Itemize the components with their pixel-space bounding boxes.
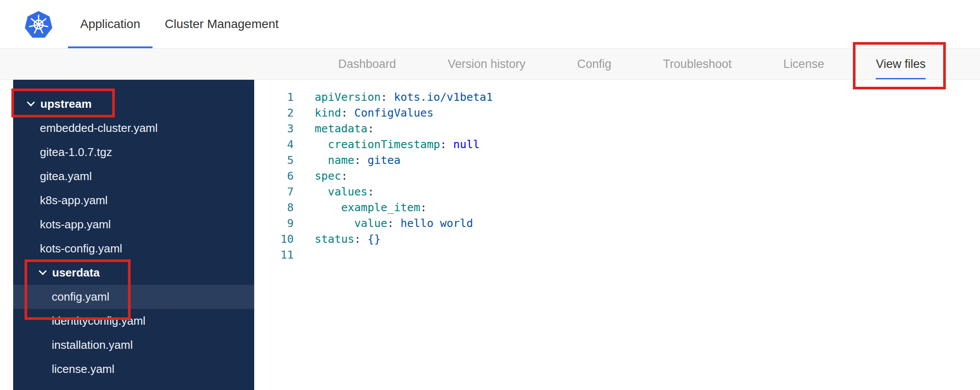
code-line-content: spec: (307, 168, 348, 184)
code-line[interactable]: 9 value: hello world (254, 216, 980, 231)
code-token: name (328, 154, 354, 167)
code-token: {} (361, 233, 380, 245)
code-token: : (381, 91, 387, 103)
line-number: 7 (254, 184, 307, 200)
tree-item-label: config.yaml (52, 290, 110, 304)
chevron-down-icon[interactable] (39, 267, 46, 275)
tab-config[interactable]: Config (577, 49, 611, 79)
tree-item-label: k8s-app.yaml (40, 194, 108, 207)
code-line[interactable]: 4 creationTimestamp: null (254, 137, 980, 152)
line-number: 1 (254, 89, 307, 105)
code-token: null (447, 138, 479, 151)
code-token: hello world (394, 217, 473, 230)
primary-nav: ApplicationCluster Management (68, 0, 291, 48)
file-tree-sidebar: upstreamembedded-cluster.yamlgitea-1.0.7… (13, 80, 254, 390)
line-number: 4 (254, 137, 307, 152)
code-token: : (341, 170, 348, 182)
tree-item-label: embedded-cluster.yaml (40, 121, 158, 135)
code-line-content: kind: ConfigValues (307, 105, 433, 121)
code-line[interactable]: 7 values: (254, 184, 980, 200)
file-installation-yaml[interactable]: installation.yaml (13, 333, 254, 357)
folder-userdata[interactable]: userdata (13, 261, 254, 285)
kubernetes-logo-icon (25, 11, 53, 39)
code-token (315, 201, 341, 214)
code-token: value (354, 217, 387, 230)
kots-admin-console: ApplicationCluster Management DashboardV… (0, 0, 980, 390)
code-line-content: name: gitea (307, 152, 401, 168)
code-token: kots.io/v1beta1 (387, 91, 493, 103)
tree-item-label: gitea-1.0.7.tgz (40, 145, 112, 159)
code-line[interactable]: 5 name: gitea (254, 152, 980, 168)
code-token: : (420, 201, 427, 214)
code-line-content: status: {} (307, 231, 381, 247)
line-number: 2 (254, 105, 307, 121)
code-token: : (367, 185, 374, 198)
top-header: ApplicationCluster Management (0, 0, 980, 48)
chevron-down-icon[interactable] (27, 98, 35, 106)
tree-item-label: userdata (52, 266, 99, 280)
tree-item-label: license.yaml (52, 362, 114, 376)
file-gitea-1-0-7-tgz[interactable]: gitea-1.0.7.tgz (13, 140, 254, 164)
line-number: 11 (254, 247, 307, 263)
tab-cluster-management[interactable]: Cluster Management (153, 0, 291, 48)
file-k8s-app-yaml[interactable]: k8s-app.yaml (13, 188, 254, 213)
code-line-content: creationTimestamp: null (307, 137, 479, 152)
tab-license[interactable]: License (783, 49, 824, 79)
code-line[interactable]: 11 (254, 247, 980, 263)
tab-view-files[interactable]: View files (876, 49, 926, 79)
tree-item-label: kots-app.yaml (40, 218, 111, 231)
file-license-yaml[interactable]: license.yaml (13, 357, 254, 381)
main-content: upstreamembedded-cluster.yamlgitea-1.0.7… (0, 80, 980, 390)
line-number: 5 (254, 152, 307, 168)
code-line[interactable]: 2kind: ConfigValues (254, 105, 980, 121)
tree-item-label: gitea.yaml (40, 170, 92, 183)
code-token: : (354, 233, 361, 245)
tab-troubleshoot[interactable]: Troubleshoot (663, 49, 732, 79)
file-gitea-yaml[interactable]: gitea.yaml (13, 164, 254, 188)
code-line[interactable]: 1apiVersion: kots.io/v1beta1 (254, 89, 980, 105)
code-token: apiVersion (315, 91, 381, 103)
app-subnav: DashboardVersion historyConfigTroublesho… (0, 48, 980, 80)
line-number: 10 (254, 231, 307, 247)
code-line-content: values: (307, 184, 374, 200)
tab-version-history[interactable]: Version history (448, 49, 526, 79)
file-identityconfig-yaml[interactable]: identityconfig.yaml (13, 309, 254, 333)
code-token: : (440, 138, 447, 151)
code-token (315, 217, 354, 230)
code-token: : (367, 122, 374, 135)
line-number: 6 (254, 168, 307, 184)
tab-application[interactable]: Application (68, 0, 153, 48)
code-token: metadata (315, 122, 367, 135)
code-line[interactable]: 6spec: (254, 168, 980, 184)
code-editor[interactable]: 1apiVersion: kots.io/v1beta12kind: Confi… (254, 80, 980, 390)
code-token: kind (315, 106, 341, 119)
file-config-yaml[interactable]: config.yaml (13, 285, 254, 309)
code-token: : (341, 106, 348, 119)
tree-item-label: upstream (40, 97, 92, 111)
code-line[interactable]: 8 example_item: (254, 200, 980, 216)
code-line-content: example_item: (307, 200, 427, 216)
code-line-content: value: hello world (307, 216, 473, 231)
tree-item-label: identityconfig.yaml (52, 314, 146, 328)
line-number: 9 (254, 216, 307, 231)
line-number: 3 (254, 121, 307, 137)
file-kots-config-yaml[interactable]: kots-config.yaml (13, 237, 254, 261)
file-kots-app-yaml[interactable]: kots-app.yaml (13, 213, 254, 237)
code-token: creationTimestamp (328, 138, 440, 151)
code-token (315, 154, 328, 167)
folder-upstream[interactable]: upstream (13, 92, 254, 116)
code-token: status (315, 233, 354, 245)
code-line-content (307, 247, 315, 263)
code-token: example_item (341, 201, 420, 214)
tab-dashboard[interactable]: Dashboard (338, 49, 396, 79)
code-token: gitea (361, 154, 400, 167)
code-line[interactable]: 3metadata: (254, 121, 980, 137)
code-line-content: metadata: (307, 121, 374, 137)
editor-lines: 1apiVersion: kots.io/v1beta12kind: Confi… (254, 89, 980, 263)
file-embedded-cluster-yaml[interactable]: embedded-cluster.yaml (13, 116, 254, 140)
line-number: 8 (254, 200, 307, 216)
code-line[interactable]: 10status: {} (254, 231, 980, 247)
code-token: : (354, 154, 361, 167)
code-token: values (328, 185, 367, 198)
code-token (315, 138, 328, 151)
